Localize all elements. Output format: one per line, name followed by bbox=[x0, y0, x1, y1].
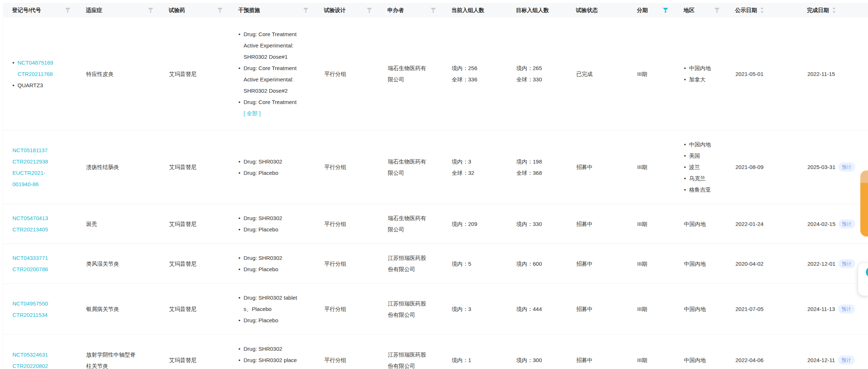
column-label: 目标入组人数 bbox=[516, 7, 549, 14]
phase-cell: III期 bbox=[628, 218, 675, 230]
target-enrollment-cell: 境内：444 bbox=[507, 303, 567, 315]
registry-id-link[interactable]: EUCTR2021- bbox=[12, 167, 73, 178]
registry-id-link[interactable]: CTR20213405 bbox=[12, 224, 73, 235]
status-cell: 招募中 bbox=[567, 303, 628, 315]
table-row: •NCT04875169CTR20211768•QUARTZ3特应性皮炎艾玛昔替… bbox=[3, 18, 868, 130]
intervention-item: •Drug: SHR0302 bbox=[238, 212, 311, 224]
complete-date-text: 2024-12-11 bbox=[807, 354, 835, 366]
region-text: 乌克兰 bbox=[689, 173, 723, 184]
registry-id-link[interactable]: 001940-86 bbox=[12, 178, 73, 190]
target-enrollment-text: 境内：265 bbox=[516, 62, 563, 74]
intervention-item: •Drug: SHR0302 placebo bbox=[238, 354, 311, 369]
registry-id-link[interactable]: NCT05181137 bbox=[12, 145, 73, 156]
target-enrollment-cell: 境内：330 bbox=[507, 218, 567, 230]
current-enrollment-cell: 境内：5 bbox=[443, 258, 507, 269]
filter-icon[interactable] bbox=[148, 8, 153, 13]
region-text: 加拿大 bbox=[689, 74, 723, 85]
bullet-icon: • bbox=[238, 28, 244, 62]
sort-icon[interactable] bbox=[760, 6, 764, 14]
filter-icon[interactable] bbox=[217, 8, 223, 13]
registry-id-link[interactable]: NCT05470413 bbox=[12, 212, 73, 224]
publish-date-cell: 2021-07-05 bbox=[726, 303, 798, 315]
registry-id-link[interactable]: CTR20211768 bbox=[18, 68, 73, 80]
filter-icon[interactable] bbox=[663, 8, 668, 13]
complete-date-text: 2022-11-15 bbox=[807, 68, 835, 80]
floating-service-panel[interactable] bbox=[858, 263, 868, 296]
registry-id-link[interactable]: CTR20200786 bbox=[12, 264, 73, 275]
filter-icon[interactable] bbox=[65, 8, 70, 13]
intervention-text: bo bbox=[244, 366, 311, 369]
regions-cell: •中国内地•加拿大 bbox=[675, 62, 726, 85]
current-enrollment-text: 境内：5 bbox=[452, 258, 504, 269]
bullet-icon: • bbox=[238, 212, 244, 224]
intervention-text: Drug: Placebo bbox=[244, 224, 311, 235]
column-header: 目标入组人数 bbox=[507, 7, 567, 14]
estimated-badge: 预计 bbox=[838, 355, 855, 365]
phase-cell: III期 bbox=[628, 68, 675, 80]
trial-drug-cell: 艾玛昔替尼 bbox=[160, 303, 229, 315]
column-label: 当前入组人数 bbox=[451, 7, 484, 14]
registry-id-link[interactable]: CTR20211534 bbox=[12, 309, 73, 320]
status-cell: 招募中 bbox=[567, 161, 628, 173]
intervention-text: Active Experimental: bbox=[244, 74, 311, 85]
interventions-cell: •Drug: SHR0302•Drug: Placebo bbox=[229, 212, 315, 235]
service-dot-icon[interactable] bbox=[866, 267, 868, 277]
status-text: 招募中 bbox=[576, 258, 624, 269]
publish-date-cell: 2021-08-09 bbox=[726, 161, 798, 173]
intervention-text: Drug: Core Treatment bbox=[244, 62, 311, 74]
complete-date-cell: 2022-11-15 bbox=[798, 68, 868, 80]
column-header: 分期 bbox=[628, 7, 674, 14]
column-label: 干预措施 bbox=[238, 7, 260, 14]
estimated-badge: 预计 bbox=[838, 219, 855, 228]
trial-drug-text: 艾玛昔替尼 bbox=[169, 161, 226, 173]
intervention-text: Drug: SHR0302 bbox=[244, 252, 311, 264]
status-cell: 招募中 bbox=[567, 258, 628, 269]
current-enrollment-text: 境内：3 bbox=[452, 156, 504, 167]
current-enrollment-cell: 境内：1 bbox=[443, 354, 507, 366]
registry-id-link[interactable]: NCT04957550 bbox=[12, 298, 73, 309]
sponsor-cell: 瑞石生物医药有限公司 bbox=[379, 156, 443, 178]
bullet-icon: • bbox=[684, 184, 689, 195]
complete-date-cell: 2025-03-31预计 bbox=[798, 161, 868, 173]
column-header: 试验设计 bbox=[315, 7, 378, 14]
column-label: 分期 bbox=[637, 7, 648, 14]
sponsor-text: 瑞石生物医药有限公司 bbox=[388, 62, 431, 85]
indication-text: 溃疡性结肠炎 bbox=[86, 161, 138, 173]
bullet-icon: • bbox=[238, 224, 244, 235]
filter-icon[interactable] bbox=[367, 8, 372, 13]
column-header: 完成日期 bbox=[798, 6, 868, 14]
bullet-icon: • bbox=[684, 62, 689, 74]
bullet-icon: • bbox=[238, 252, 244, 264]
filter-icon[interactable] bbox=[714, 8, 720, 13]
indication-text: 特应性皮炎 bbox=[86, 68, 138, 80]
intervention-item: •Drug: Placebo bbox=[238, 315, 311, 326]
trial-drug-text: 艾玛昔替尼 bbox=[169, 218, 226, 230]
side-tab[interactable] bbox=[860, 170, 868, 237]
target-enrollment-text: 全球：368 bbox=[516, 167, 563, 178]
intervention-text: SHR0302 Dose#2 bbox=[244, 85, 311, 96]
target-enrollment-cell: 境内：300 bbox=[507, 354, 567, 366]
registry-id-item: •NCT04875169CTR20211768 bbox=[12, 57, 73, 80]
region-text: 美国 bbox=[689, 150, 723, 161]
intervention-item: •Drug: Core TreatmentActive Experimental… bbox=[238, 28, 311, 62]
column-header: 当前入组人数 bbox=[442, 7, 507, 14]
column-label: 试验药 bbox=[169, 7, 185, 14]
target-enrollment-text: 境内：300 bbox=[516, 354, 563, 366]
registry-id-link[interactable]: NCT05324631 bbox=[12, 349, 73, 360]
region-text: 格鲁吉亚 bbox=[689, 184, 723, 195]
filter-icon[interactable] bbox=[431, 8, 436, 13]
trial-drug-text: 艾玛昔替尼 bbox=[169, 303, 226, 315]
registry-id-link[interactable]: NCT04333771 bbox=[12, 252, 73, 264]
filter-icon[interactable] bbox=[303, 8, 309, 13]
registry-id-link[interactable]: NCT04875169 bbox=[18, 57, 73, 68]
sort-icon[interactable] bbox=[832, 6, 836, 14]
current-enrollment-text: 境内：209 bbox=[452, 218, 504, 230]
status-text: 招募中 bbox=[576, 161, 624, 173]
registry-id-link[interactable]: CTR20220802 bbox=[12, 360, 73, 369]
status-cell: 已完成 bbox=[567, 68, 628, 80]
design-text: 平行分组 bbox=[324, 303, 375, 315]
show-all-link[interactable]: [ 全部 ] bbox=[244, 108, 311, 119]
bullet-icon: • bbox=[238, 62, 244, 96]
registry-id-link[interactable]: CTR20212938 bbox=[12, 156, 73, 167]
column-header: 登记号/代号 bbox=[3, 7, 77, 14]
